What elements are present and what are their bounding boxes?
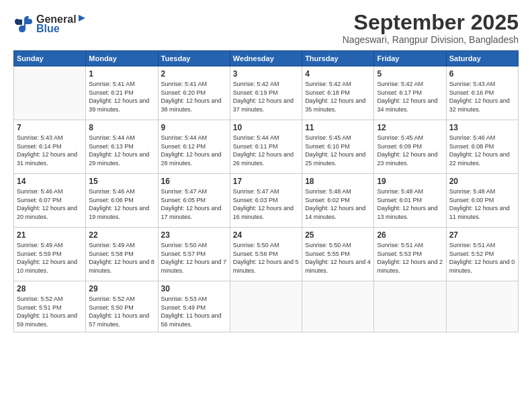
weekday-monday: Monday — [86, 51, 158, 66]
day-number: 21 — [17, 230, 83, 240]
day-number: 30 — [161, 284, 227, 293]
day-info: Sunrise: 5:48 AM Sunset: 6:00 PM Dayligh… — [449, 187, 515, 221]
table-row: 28Sunrise: 5:52 AM Sunset: 5:51 PM Dayli… — [14, 281, 86, 332]
day-number: 13 — [449, 123, 515, 132]
table-row: 10Sunrise: 5:44 AM Sunset: 6:11 PM Dayli… — [230, 120, 302, 174]
day-number: 8 — [89, 123, 154, 132]
day-number: 2 — [161, 69, 227, 79]
table-row: 3Sunrise: 5:42 AM Sunset: 6:19 PM Daylig… — [230, 66, 302, 120]
day-info: Sunrise: 5:44 AM Sunset: 6:13 PM Dayligh… — [89, 134, 154, 167]
table-row: 17Sunrise: 5:47 AM Sunset: 6:03 PM Dayli… — [230, 174, 302, 228]
month-year-title: September 2025 — [343, 11, 519, 34]
day-number: 1 — [89, 69, 154, 79]
table-row: 13Sunrise: 5:46 AM Sunset: 6:08 PM Dayli… — [446, 120, 518, 174]
table-row: 24Sunrise: 5:50 AM Sunset: 5:56 PM Dayli… — [230, 228, 302, 281]
day-info: Sunrise: 5:44 AM Sunset: 6:11 PM Dayligh… — [233, 134, 299, 167]
day-number: 14 — [17, 177, 83, 186]
day-info: Sunrise: 5:42 AM Sunset: 6:19 PM Dayligh… — [233, 80, 299, 113]
table-row: 1Sunrise: 5:41 AM Sunset: 6:21 PM Daylig… — [86, 66, 158, 120]
table-row: 18Sunrise: 5:48 AM Sunset: 6:02 PM Dayli… — [302, 174, 374, 228]
day-info: Sunrise: 5:48 AM Sunset: 6:02 PM Dayligh… — [305, 187, 371, 221]
weekday-wednesday: Wednesday — [230, 51, 302, 66]
table-row: 20Sunrise: 5:48 AM Sunset: 6:00 PM Dayli… — [446, 174, 518, 228]
day-number: 20 — [449, 177, 515, 186]
table-row: 29Sunrise: 5:52 AM Sunset: 5:50 PM Dayli… — [86, 281, 158, 332]
table-row: 16Sunrise: 5:47 AM Sunset: 6:05 PM Dayli… — [158, 174, 230, 228]
day-info: Sunrise: 5:46 AM Sunset: 6:06 PM Dayligh… — [89, 187, 154, 221]
table-row — [446, 281, 518, 332]
day-info: Sunrise: 5:43 AM Sunset: 6:16 PM Dayligh… — [449, 80, 515, 113]
table-row: 7Sunrise: 5:43 AM Sunset: 6:14 PM Daylig… — [14, 120, 86, 174]
table-row: 21Sunrise: 5:49 AM Sunset: 5:59 PM Dayli… — [14, 228, 86, 281]
day-info: Sunrise: 5:50 AM Sunset: 5:57 PM Dayligh… — [161, 241, 227, 275]
day-number: 24 — [233, 230, 299, 240]
day-number: 3 — [233, 69, 299, 79]
day-info: Sunrise: 5:45 AM Sunset: 6:09 PM Dayligh… — [377, 134, 443, 167]
day-info: Sunrise: 5:42 AM Sunset: 6:18 PM Dayligh… — [305, 80, 371, 113]
day-number: 17 — [233, 177, 299, 186]
day-number: 28 — [17, 284, 83, 293]
day-number: 15 — [89, 177, 154, 186]
calendar-table: Sunday Monday Tuesday Wednesday Thursday… — [13, 50, 519, 332]
table-row: 6Sunrise: 5:43 AM Sunset: 6:16 PM Daylig… — [446, 66, 518, 120]
day-info: Sunrise: 5:49 AM Sunset: 5:59 PM Dayligh… — [17, 241, 83, 275]
table-row: 12Sunrise: 5:45 AM Sunset: 6:09 PM Dayli… — [374, 120, 446, 174]
day-info: Sunrise: 5:52 AM Sunset: 5:51 PM Dayligh… — [17, 295, 83, 328]
table-row: 11Sunrise: 5:45 AM Sunset: 6:10 PM Dayli… — [302, 120, 374, 174]
weekday-thursday: Thursday — [302, 51, 374, 66]
day-number: 16 — [161, 177, 227, 186]
day-info: Sunrise: 5:46 AM Sunset: 6:08 PM Dayligh… — [449, 134, 515, 167]
weekday-friday: Friday — [374, 51, 446, 66]
table-row: 27Sunrise: 5:51 AM Sunset: 5:52 PM Dayli… — [446, 228, 518, 281]
svg-marker-1 — [79, 15, 85, 21]
table-row: 30Sunrise: 5:53 AM Sunset: 5:49 PM Dayli… — [158, 281, 230, 332]
weekday-saturday: Saturday — [446, 51, 518, 66]
day-number: 9 — [161, 123, 227, 132]
table-row: 19Sunrise: 5:48 AM Sunset: 6:01 PM Dayli… — [374, 174, 446, 228]
weekday-sunday: Sunday — [14, 51, 86, 66]
day-info: Sunrise: 5:45 AM Sunset: 6:10 PM Dayligh… — [305, 134, 371, 167]
day-number: 19 — [377, 177, 443, 186]
logo-arrow-icon — [77, 13, 87, 23]
day-number: 5 — [377, 69, 443, 79]
table-row — [14, 66, 86, 120]
day-number: 11 — [305, 123, 371, 132]
day-info: Sunrise: 5:46 AM Sunset: 6:07 PM Dayligh… — [17, 187, 83, 221]
day-info: Sunrise: 5:41 AM Sunset: 6:20 PM Dayligh… — [161, 80, 227, 113]
table-row: 15Sunrise: 5:46 AM Sunset: 6:06 PM Dayli… — [86, 174, 158, 228]
day-number: 7 — [17, 123, 83, 132]
day-number: 27 — [449, 230, 515, 240]
table-row: 14Sunrise: 5:46 AM Sunset: 6:07 PM Dayli… — [14, 174, 86, 228]
day-info: Sunrise: 5:48 AM Sunset: 6:01 PM Dayligh… — [377, 187, 443, 221]
table-row: 8Sunrise: 5:44 AM Sunset: 6:13 PM Daylig… — [86, 120, 158, 174]
day-info: Sunrise: 5:51 AM Sunset: 5:52 PM Dayligh… — [449, 241, 515, 275]
table-row: 9Sunrise: 5:44 AM Sunset: 6:12 PM Daylig… — [158, 120, 230, 174]
day-info: Sunrise: 5:47 AM Sunset: 6:03 PM Dayligh… — [233, 187, 299, 221]
table-row: 25Sunrise: 5:50 AM Sunset: 5:55 PM Dayli… — [302, 228, 374, 281]
day-number: 22 — [89, 230, 154, 240]
table-row: 22Sunrise: 5:49 AM Sunset: 5:58 PM Dayli… — [86, 228, 158, 281]
day-info: Sunrise: 5:42 AM Sunset: 6:17 PM Dayligh… — [377, 80, 443, 113]
logo: General Blue — [13, 13, 87, 35]
day-info: Sunrise: 5:50 AM Sunset: 5:56 PM Dayligh… — [233, 241, 299, 275]
table-row: 23Sunrise: 5:50 AM Sunset: 5:57 PM Dayli… — [158, 228, 230, 281]
day-number: 26 — [377, 230, 443, 240]
day-info: Sunrise: 5:47 AM Sunset: 6:05 PM Dayligh… — [161, 187, 227, 221]
day-info: Sunrise: 5:41 AM Sunset: 6:21 PM Dayligh… — [89, 80, 154, 113]
day-number: 10 — [233, 123, 299, 132]
table-row: 5Sunrise: 5:42 AM Sunset: 6:17 PM Daylig… — [374, 66, 446, 120]
logo-icon — [13, 14, 34, 34]
day-info: Sunrise: 5:44 AM Sunset: 6:12 PM Dayligh… — [161, 134, 227, 167]
day-number: 25 — [305, 230, 371, 240]
day-info: Sunrise: 5:53 AM Sunset: 5:49 PM Dayligh… — [161, 295, 227, 328]
table-row — [302, 281, 374, 332]
day-number: 18 — [305, 177, 371, 186]
day-number: 4 — [305, 69, 371, 79]
table-row — [374, 281, 446, 332]
day-number: 29 — [89, 284, 154, 293]
day-info: Sunrise: 5:51 AM Sunset: 5:53 PM Dayligh… — [377, 241, 443, 275]
day-number: 6 — [449, 69, 515, 79]
location-subtitle: Nageswari, Rangpur Division, Bangladesh — [343, 34, 519, 45]
day-info: Sunrise: 5:49 AM Sunset: 5:58 PM Dayligh… — [89, 241, 154, 275]
day-info: Sunrise: 5:50 AM Sunset: 5:55 PM Dayligh… — [305, 241, 371, 275]
